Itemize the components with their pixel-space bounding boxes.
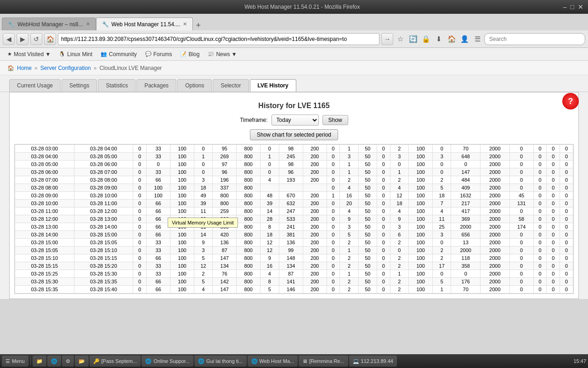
taskbar-gui[interactable]: 🌐 Gui lai thong ti... (194, 356, 247, 367)
table-row: 03-28 11:0003-28 12:00066100112598001424… (15, 207, 573, 215)
bookmark-most-visited[interactable]: ★ Most Visited ▼ (4, 50, 54, 58)
bookmark-most-visited-label: Most Visited ▼ (14, 51, 51, 58)
table-row: 03-28 03:0003-28 04:00033100095800098200… (15, 145, 573, 153)
minimize-btn[interactable]: – (563, 3, 567, 11)
bookmark-linux-mint-label: Linux Mint (67, 51, 92, 58)
table-row: 03-28 13:0003-28 14:00066100118008008241… (15, 223, 573, 231)
download-icon[interactable]: ⬇ (434, 34, 444, 44)
tab2-close[interactable]: ✕ (183, 21, 187, 27)
breadcrumb-server-config[interactable]: Server Configuration (40, 65, 91, 71)
taskbar-webhost-label: Web Host Ma... (260, 358, 294, 364)
browser-tab-2[interactable]: 🔧 Web Host Manager 11.54.... ✕ (96, 17, 193, 30)
bookmark-linux-mint[interactable]: 🐧 Linux Mint (55, 50, 96, 58)
help-icon[interactable]: ? (562, 93, 579, 109)
taskbar-pass[interactable]: 🔑 [Pass Septem... (90, 356, 141, 367)
tab1-label: WebHost Manager – ns8... (17, 21, 83, 28)
linux-mint-icon: 🐧 (59, 51, 65, 57)
taskbar-folder[interactable]: 📂 (75, 356, 89, 367)
sync-icon[interactable]: 🔄 (408, 34, 418, 44)
news-icon: 📰 (208, 51, 214, 57)
tab-options[interactable]: Options (177, 79, 212, 92)
taskbar-files[interactable]: 📁 (33, 356, 46, 367)
taskbar-settings[interactable]: ⚙ (62, 356, 74, 367)
breadcrumb: 🏠 Home » Server Configuration » CloudLin… (0, 61, 588, 75)
menu-icon[interactable]: ☰ (472, 34, 482, 44)
bookmark-blog-label: Blog (188, 51, 199, 58)
data-table-wrapper[interactable]: 03-28 03:0003-28 04:00033100095800098200… (14, 144, 574, 294)
tab-lve-history[interactable]: LVE History (250, 79, 296, 92)
bookmark-news[interactable]: 📰 News ▼ (204, 50, 240, 58)
taskbar-gui-label: Gui lai thong ti... (206, 358, 243, 364)
home-nav-icon[interactable]: 🏠 (447, 34, 457, 44)
taskbar-support-label: Online Suppor... (153, 358, 190, 364)
tab1-close[interactable]: ✕ (86, 21, 90, 27)
tab-selector[interactable]: Selector (213, 79, 249, 92)
browser-tab-1[interactable]: 🔧 WebHost Manager – ns8... ✕ (2, 17, 96, 30)
taskbar-browser[interactable]: 🌐 (47, 356, 61, 367)
history-table: 03-28 03:0003-28 04:00033100095800098200… (15, 144, 573, 293)
taskbar-webhost[interactable]: 🌐 Web Host Ma... (248, 356, 298, 367)
bookmark-community-label: Community (109, 51, 137, 58)
community-icon: 👥 (101, 51, 107, 57)
taskbar-menu[interactable]: ☰ Menu (2, 356, 28, 367)
close-btn[interactable]: ✕ (578, 3, 583, 11)
timeframe-select[interactable]: Today Yesterday Last 7 days Last 30 days (271, 115, 319, 126)
table-row: 03-28 15:3503-28 15:40066100414780051462… (15, 286, 573, 293)
menu-icon: ☰ (6, 358, 10, 364)
bookmark-community[interactable]: 👥 Community (97, 50, 141, 58)
tab2-label: Web Host Manager 11.54.... (112, 21, 181, 28)
tab-statistics[interactable]: Statistics (98, 79, 136, 92)
tab-settings[interactable]: Settings (62, 79, 97, 92)
taskbar-right: 15:47 (573, 358, 586, 364)
home-button[interactable]: 🏠 (44, 33, 56, 45)
taskbar-remmina-label: [Remmina Re... (309, 358, 344, 364)
history-title: History for LVE 1165 (14, 102, 574, 110)
forward-button[interactable]: ▶ (17, 33, 28, 45)
reload-button[interactable]: ↺ (30, 33, 42, 45)
table-row: 03-28 10:0003-28 11:00066100398008003963… (15, 200, 573, 207)
window-controls[interactable]: – □ ✕ (563, 3, 583, 11)
show-chart-button[interactable]: Show chart for selected period (250, 129, 338, 140)
go-button[interactable]: → (381, 33, 393, 45)
chart-btn-row: Show chart for selected period (14, 129, 574, 140)
bookmark-star-icon[interactable]: ☆ (395, 34, 405, 44)
app-tab-bar: Current Usage Settings Statistics Packag… (0, 75, 588, 92)
taskbar-remmina[interactable]: 🖥 [Remmina Re... (299, 356, 348, 367)
breadcrumb-home-icon: 🏠 (7, 65, 14, 71)
shield-icon[interactable]: 🔒 (421, 34, 431, 44)
breadcrumb-sep-2: » (94, 65, 97, 71)
timeframe-label: Timeframe: (240, 117, 267, 123)
breadcrumb-sep-1: » (34, 65, 38, 71)
tab-packages[interactable]: Packages (136, 79, 176, 92)
page-area: Current Usage Settings Statistics Packag… (0, 75, 588, 299)
new-tab-button[interactable]: + (193, 21, 204, 30)
bookmark-forums[interactable]: 💬 Forums (141, 50, 176, 58)
tab-current-usage[interactable]: Current Usage (9, 79, 61, 92)
table-row: 03-28 15:1503-28 15:20033100121348001613… (15, 262, 573, 270)
table-row: 03-28 15:2503-28 15:30033100276800487200… (15, 270, 573, 278)
maximize-btn[interactable]: □ (571, 3, 574, 11)
bookmarks-bar: ★ Most Visited ▼ 🐧 Linux Mint 👥 Communit… (0, 48, 588, 61)
taskbar-pass-label: [Pass Septem... (102, 358, 137, 364)
search-input[interactable] (484, 33, 585, 45)
table-row: 03-28 08:0003-28 09:00010010018337800045… (15, 184, 573, 192)
taskbar-support[interactable]: 🌐 Online Suppor... (141, 356, 193, 367)
taskbar-ip-label: 112.213.89.44 (361, 358, 393, 364)
table-row: 03-28 07:0003-28 08:00066100319680041932… (15, 176, 573, 184)
profile-icon[interactable]: 👤 (459, 34, 469, 44)
taskbar: ☰ Menu 📁 🌐 ⚙ 📂 🔑 [Pass Septem... 🌐 Onlin… (0, 354, 588, 368)
browser-tab-bar: 🔧 WebHost Manager – ns8... ✕ 🔧 Web Host … (0, 14, 588, 30)
taskbar-ip[interactable]: 💻 112.213.89.44 (349, 356, 397, 367)
nav-bar: ◀ ▶ ↺ 🏠 → ☆ 🔄 🔒 ⬇ 🏠 👤 ☰ (0, 30, 588, 48)
tooltip: Virtual Memory Usage Limit (168, 218, 238, 228)
bookmark-blog[interactable]: 📝 Blog (176, 50, 203, 58)
tab1-icon: 🔧 (8, 21, 15, 28)
bookmark-news-label: News ▼ (216, 51, 237, 58)
back-button[interactable]: ◀ (3, 33, 15, 45)
show-button[interactable]: Show (322, 115, 348, 125)
table-row: 03-28 09:0003-28 10:00010010049800800486… (15, 192, 573, 200)
taskbar-time: 15:47 (573, 358, 586, 364)
nav-icons: ☆ 🔄 🔒 ⬇ 🏠 👤 ☰ (395, 34, 482, 44)
address-bar[interactable] (58, 33, 379, 45)
breadcrumb-home[interactable]: Home (17, 65, 32, 71)
